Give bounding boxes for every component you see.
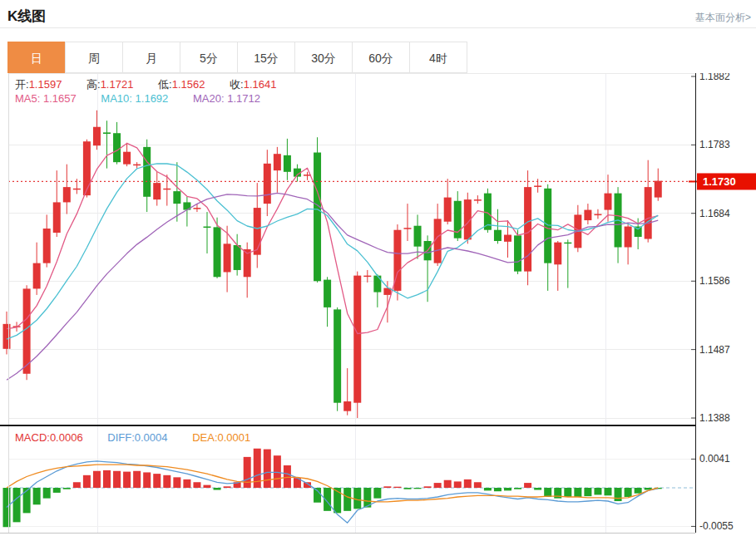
header-divider [0,27,756,28]
svg-text:1.1730: 1.1730 [703,175,736,188]
tab-week[interactable]: 周 [65,42,123,73]
svg-text:-0.0055: -0.0055 [699,520,734,532]
gridlines [8,73,695,533]
last-price-label: 1.1730 [697,173,756,189]
ma5-line [7,143,658,333]
tab-5min[interactable]: 5分 [180,42,238,73]
svg-text:0.0041: 0.0041 [699,453,730,465]
page-title: K线图 [7,7,46,26]
svg-text:1.1684: 1.1684 [699,208,730,219]
kline-page: K线图 基本面分析> 日 周 月 5分 15分 30分 60分 4时 1.173… [0,0,756,536]
ma20-layer [7,193,658,380]
tab-month[interactable]: 月 [122,42,180,73]
candles-layer [3,111,662,418]
fundamental-analysis-link[interactable]: 基本面分析> [695,11,751,25]
svg-text:1.1487: 1.1487 [699,344,730,356]
ma5-layer [7,143,658,333]
candlestick-chart-canvas[interactable]: 1.17301.18821.17831.16841.15861.14871.13… [0,73,756,536]
svg-text:1.1882: 1.1882 [699,73,730,82]
y-axis-labels: 1.18821.17831.16841.15861.14871.13880.00… [691,73,734,532]
tab-day[interactable]: 日 [7,42,66,73]
kline-chart[interactable]: 1.17301.18821.17831.16841.15861.14871.13… [0,73,756,536]
svg-text:1.1388: 1.1388 [699,412,730,424]
tab-15min[interactable]: 15分 [237,42,295,73]
ma20-line [7,193,658,380]
tab-30min[interactable]: 30分 [294,42,353,73]
panel-borders [0,73,696,533]
tab-4hour[interactable]: 4时 [409,42,467,73]
svg-text:1.1586: 1.1586 [699,275,730,287]
tab-60min[interactable]: 60分 [352,42,410,73]
interval-tab-bar: 日 周 月 5分 15分 30分 60分 4时 [8,42,467,73]
svg-text:1.1783: 1.1783 [699,139,730,150]
